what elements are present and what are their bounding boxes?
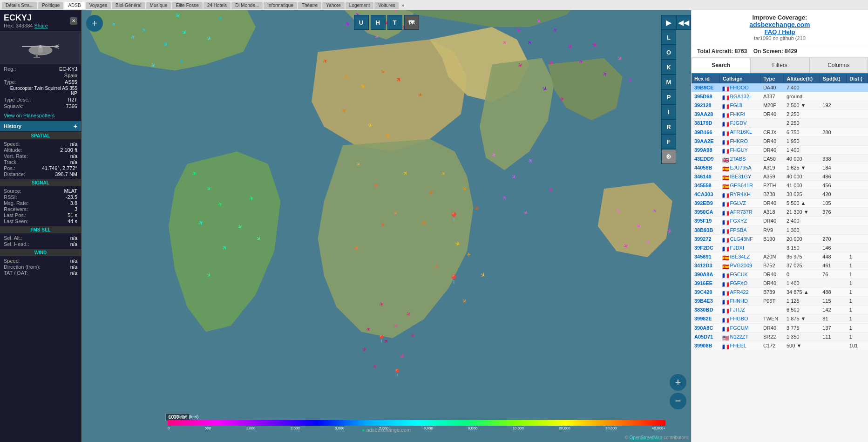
- th-callsign[interactable]: Callsign: [719, 74, 760, 83]
- hex-id-cell[interactable]: 39AA28: [694, 111, 713, 117]
- history-plus-button[interactable]: +: [74, 122, 77, 130]
- callsign-cell[interactable]: FJGDV: [730, 120, 746, 126]
- callsign-cell[interactable]: FHGUY: [730, 147, 748, 153]
- table-row[interactable]: 39AA2E 🇫🇷FHKRO DR40 1 950: [692, 136, 868, 145]
- callsign-cell[interactable]: PVG2009: [730, 263, 752, 268]
- zoom-in-button[interactable]: +: [670, 374, 686, 391]
- callsign-cell[interactable]: FJDXI: [730, 245, 744, 251]
- callsign-cell[interactable]: FHNHD: [730, 298, 748, 304]
- tab-theatre[interactable]: Théatre: [298, 2, 321, 9]
- table-row[interactable]: 39AA28 🇫🇷FHKRI DR40 2 250: [692, 110, 868, 119]
- improve-link[interactable]: adsbexchange.com: [697, 21, 862, 28]
- hex-id-cell[interactable]: 392EB9: [694, 200, 713, 206]
- tab-yahore[interactable]: Yahore: [322, 2, 345, 9]
- table-row[interactable]: 4CA303 🇫🇷RYR4XH B738 38 025 420: [692, 190, 868, 199]
- callsign-cell[interactable]: CLG43NF: [730, 236, 753, 242]
- callsign-cell[interactable]: FPSBA: [730, 227, 746, 233]
- nav-r[interactable]: R: [661, 119, 676, 134]
- hex-id-cell[interactable]: 399272: [694, 236, 712, 242]
- table-row[interactable]: 392EB9 🇫🇷FGLVZ DR40 5 500 ▲ 105: [692, 199, 868, 208]
- table-row[interactable]: 399272 🇫🇷CLG43NF B190 20 000 270: [692, 234, 868, 243]
- nav-f[interactable]: F: [661, 134, 676, 149]
- hex-id-cell[interactable]: 39B4E3: [694, 298, 713, 304]
- hex-id-cell[interactable]: 3412D3: [694, 263, 712, 268]
- tab-details[interactable]: Détails Stra...: [2, 2, 37, 9]
- nav-m[interactable]: M: [661, 75, 676, 89]
- table-row[interactable]: A05D71 🇺🇸N122ZT SR22 1 350 111 1: [692, 332, 868, 341]
- callsign-cell[interactable]: IBE34LZ: [730, 254, 750, 259]
- table-row[interactable]: 38B93B 🇫🇷FPSBA RV9 1 300: [692, 225, 868, 234]
- nav-right-arrow[interactable]: ▶: [661, 15, 676, 30]
- nav-k[interactable]: K: [661, 60, 676, 75]
- callsign-cell[interactable]: FHKRO: [730, 138, 748, 144]
- th-altitude[interactable]: Altitude(ft): [784, 74, 820, 83]
- callsign-cell[interactable]: FGXYZ: [730, 218, 747, 224]
- callsign-cell[interactable]: AFR422: [730, 289, 748, 295]
- hex-id-cell[interactable]: 399A98: [694, 147, 712, 153]
- callsign-cell[interactable]: FGFXO: [730, 280, 747, 286]
- hex-id-cell[interactable]: 345558: [694, 183, 712, 188]
- map-container[interactable]: ✈ ✈ ✈ ✈ ✈ ✈ ✈ ✈ ✈ ✈ ✈ ✈ ✈ ✈ ✈ ✈ ✈ ✈ ✈: [81, 10, 691, 442]
- hex-id-cell[interactable]: 3916EE: [694, 280, 712, 286]
- add-button[interactable]: +: [86, 15, 103, 32]
- nav-double-left[interactable]: ◀◀: [676, 15, 691, 30]
- callsign-cell[interactable]: RYR4XH: [730, 191, 750, 197]
- tab-search[interactable]: Search: [692, 58, 750, 73]
- tab-adsb[interactable]: ADSB: [64, 2, 84, 9]
- callsign-cell[interactable]: FGLVZ: [730, 200, 746, 206]
- callsign-cell[interactable]: N122ZT: [730, 334, 748, 340]
- callsign-cell[interactable]: GES641R: [730, 183, 753, 188]
- callsign-cell[interactable]: FHKRI: [730, 111, 745, 117]
- nav-o[interactable]: O: [661, 45, 676, 60]
- callsign-cell[interactable]: 2TABS: [730, 156, 746, 162]
- tab-biol[interactable]: Biol-Général: [112, 2, 145, 9]
- u-button[interactable]: U: [354, 15, 369, 30]
- callsign-cell[interactable]: IBE31GY: [730, 174, 751, 179]
- callsign-cell[interactable]: FGCUK: [730, 272, 748, 277]
- hex-id-cell[interactable]: 395D68: [694, 94, 712, 99]
- table-row[interactable]: 392128 🇫🇷FGIJI M20P 2 500 ▼ 192: [692, 101, 868, 110]
- nav-l[interactable]: L: [661, 30, 676, 45]
- nav-p[interactable]: P: [661, 89, 676, 104]
- h-button[interactable]: H: [371, 15, 386, 30]
- callsign-cell[interactable]: FJHJZ: [730, 307, 745, 313]
- hex-id-cell[interactable]: 39B166: [694, 129, 712, 135]
- hex-id-cell[interactable]: 39AA2E: [694, 138, 714, 144]
- callsign-cell[interactable]: BGA132I: [730, 94, 751, 99]
- hex-id-cell[interactable]: 4CA303: [694, 191, 713, 197]
- github-link[interactable]: tar1090 on github (210: [697, 35, 862, 41]
- planespotters-link[interactable]: View on Planespotters: [0, 112, 81, 119]
- hex-id-cell[interactable]: 390A8C: [694, 325, 713, 331]
- callsign-cell[interactable]: AFR16KL: [730, 129, 752, 135]
- table-row[interactable]: 3916EE 🇫🇷FGFXO DR40 1 400 1: [692, 279, 868, 288]
- tab-politique[interactable]: Politique: [38, 2, 63, 9]
- close-button[interactable]: ✕: [70, 17, 77, 25]
- hex-id-cell[interactable]: 346146: [694, 174, 712, 179]
- tab-musique[interactable]: Musique: [146, 2, 171, 9]
- hex-id-cell[interactable]: 39F2DC: [694, 245, 713, 251]
- table-row[interactable]: 3830BD 🇫🇷FJHJZ 6 500 142 1: [692, 306, 868, 314]
- table-row[interactable]: 38179D 🇫🇷FJGDV 2 250: [692, 119, 868, 128]
- hex-id-cell[interactable]: 39B9CE: [694, 85, 714, 90]
- th-spd[interactable]: Spd(kt): [820, 74, 846, 83]
- table-row[interactable]: 345691 🇪🇸IBE34LZ A20N 35 975 448 1: [692, 252, 868, 261]
- hex-id-cell[interactable]: 345691: [694, 254, 712, 259]
- hex-id-cell[interactable]: 39908B: [694, 343, 712, 348]
- table-row[interactable]: 44056B 🇪🇸EJU795A A319 1 625 ▼ 184: [692, 163, 868, 172]
- table-row[interactable]: 39982E 🇫🇷FHGBO TWEN 1 875 ▼ 81 1: [692, 314, 868, 323]
- faq-link[interactable]: FAQ / Help: [697, 28, 862, 35]
- callsign-cell[interactable]: FGCUM: [730, 325, 748, 331]
- tab-elite[interactable]: Élite Fosse: [172, 2, 202, 9]
- table-row[interactable]: 390A8C 🇫🇷FGCUM DR40 3 775 137 1: [692, 323, 868, 332]
- tab-logement[interactable]: Logement: [346, 2, 373, 9]
- table-row[interactable]: 346146 🇪🇸IBE31GY A359 40 000 486: [692, 172, 868, 181]
- table-row[interactable]: 43EDD9 🇬🇧2TABS EA50 40 000 338: [692, 154, 868, 163]
- hex-id-cell[interactable]: 395F19: [694, 218, 712, 224]
- table-row[interactable]: 390A8A 🇫🇷FGCUK DR40 0 76 1: [692, 270, 868, 279]
- tab-voyages[interactable]: Voyages: [86, 2, 111, 9]
- hex-id-cell[interactable]: 39982E: [694, 316, 712, 321]
- hex-id-cell[interactable]: 39C420: [694, 289, 712, 295]
- table-row[interactable]: 395F19 🇫🇷FGXYZ DR40 2 400: [692, 217, 868, 225]
- tab-voitures[interactable]: Voitures: [374, 2, 399, 9]
- zoom-out-button[interactable]: −: [670, 393, 686, 409]
